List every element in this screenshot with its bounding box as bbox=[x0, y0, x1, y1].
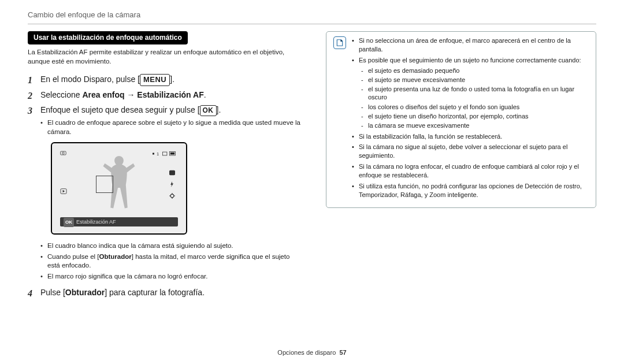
step-body: En el modo Disparo, pulse [MENU]. bbox=[40, 74, 303, 87]
page-footer: Opciones de disparo 57 bbox=[0, 349, 624, 356]
page: Cambio del enfoque de la cámara Usar la … bbox=[0, 0, 624, 364]
note-item: Si la cámara no sigue al sujeto, debe vo… bbox=[352, 143, 589, 160]
step-4: 4 Pulse [Obturador] para capturar la fot… bbox=[28, 287, 303, 300]
step-number: 3 bbox=[28, 105, 36, 284]
stabilize-icon bbox=[169, 193, 176, 199]
step-text: . bbox=[204, 90, 206, 99]
svg-rect-8 bbox=[169, 170, 175, 175]
bullet: El cuadro de enfoque aparece sobre el su… bbox=[40, 118, 303, 136]
note-item: Si la estabilización falla, la función s… bbox=[352, 132, 589, 141]
header-rule bbox=[28, 24, 596, 24]
play-icon bbox=[60, 188, 67, 194]
svg-text:1: 1 bbox=[157, 152, 159, 156]
left-column: Usar la estabilización de enfoque automá… bbox=[28, 31, 303, 303]
svg-rect-2 bbox=[153, 153, 154, 155]
menu-button-icon: MENU bbox=[140, 74, 170, 86]
menu-path: Area enfoq → Estabilización AF bbox=[82, 90, 203, 99]
camera-screen-figure: 1 bbox=[51, 142, 303, 235]
step-3: 3 Enfoque el sujeto que desea seguir y p… bbox=[28, 105, 303, 284]
step3-sublist-b: El cuadro blanco indica que la cámara es… bbox=[40, 242, 303, 281]
lcd-inner: 1 bbox=[57, 148, 181, 229]
status-icons: 1 bbox=[153, 150, 178, 157]
bullet: El marco rojo significa que la cámara no… bbox=[40, 272, 303, 281]
svg-point-1 bbox=[62, 152, 65, 154]
dash-item: el sujeto presenta una luz de fondo o us… bbox=[361, 85, 589, 102]
content-columns: Usar la estabilización de enfoque automá… bbox=[28, 31, 596, 303]
intro-text: La Estabilización AF permite estabilizar… bbox=[28, 48, 303, 66]
dash-item: el sujeto se mueve excesivamente bbox=[361, 76, 589, 84]
bullet: Cuando pulse el [Obturador] hasta la mit… bbox=[40, 252, 303, 270]
ok-mini-icon: OK bbox=[64, 218, 74, 227]
step-text: Seleccione bbox=[40, 90, 82, 99]
step3-sublist-a: El cuadro de enfoque aparece sobre el su… bbox=[40, 118, 303, 136]
svg-rect-4 bbox=[163, 152, 167, 155]
note-item: Si utiliza esta función, no podrá config… bbox=[352, 182, 589, 199]
bullet: El cuadro blanco indica que la cámara es… bbox=[40, 242, 303, 251]
note-box: Si no selecciona un área de enfoque, el … bbox=[326, 31, 596, 208]
step-text: ]. bbox=[217, 105, 221, 114]
mode-icon bbox=[60, 150, 67, 156]
svg-point-9 bbox=[170, 194, 174, 198]
ok-button-icon: OK bbox=[200, 105, 217, 116]
page-header: Cambio del enfoque de la cámara bbox=[28, 10, 596, 19]
step-2: 2 Seleccione Area enfoq → Estabilización… bbox=[28, 90, 303, 102]
page-number: 57 bbox=[339, 349, 346, 356]
step-body: Seleccione Area enfoq → Estabilización A… bbox=[40, 90, 303, 102]
camera-lcd: 1 bbox=[51, 142, 187, 235]
note-dash-list: el sujeto es demasiado pequeño el sujeto… bbox=[361, 66, 589, 130]
steps-list: 1 En el modo Disparo, pulse [MENU]. 2 Se… bbox=[28, 74, 303, 300]
step-body: Enfoque el sujeto que desea seguir y pul… bbox=[40, 105, 303, 284]
note-item: Si no selecciona un área de enfoque, el … bbox=[352, 36, 589, 54]
dash-item: los colores o diseños del sujeto y el fo… bbox=[361, 103, 589, 111]
note-icon bbox=[333, 36, 346, 49]
step-number: 1 bbox=[28, 74, 36, 87]
step-1: 1 En el modo Disparo, pulse [MENU]. bbox=[28, 74, 303, 87]
step-text: ]. bbox=[170, 75, 174, 84]
step-text: Enfoque el sujeto que desea seguir y pul… bbox=[40, 105, 200, 114]
lcd-right-icons bbox=[169, 170, 176, 199]
section-title: Usar la estabilización de enfoque automá… bbox=[28, 31, 188, 44]
step-number: 2 bbox=[28, 90, 36, 102]
step-body: Pulse [Obturador] para capturar la fotog… bbox=[40, 287, 303, 300]
note-item: Es posible que el seguimiento de un suje… bbox=[352, 56, 589, 130]
meter-icon bbox=[169, 170, 176, 176]
step-number: 4 bbox=[28, 287, 36, 300]
lcd-caption-text: Estabilización AF bbox=[76, 219, 116, 225]
flash-icon bbox=[169, 181, 176, 187]
lcd-caption-bar: OKEstabilización AF bbox=[60, 217, 178, 226]
note-list: Si no selecciona un área de enfoque, el … bbox=[352, 36, 589, 202]
dash-item: la cámara se mueve excesivamente bbox=[361, 121, 589, 129]
note-item: Si la cámara no logra enfocar, el cuadro… bbox=[352, 162, 589, 180]
dash-item: el sujeto tiene un diseño horizontal, po… bbox=[361, 112, 589, 120]
step-text: En el modo Disparo, pulse [ bbox=[40, 75, 140, 84]
focus-square bbox=[96, 176, 113, 193]
svg-rect-6 bbox=[170, 153, 174, 155]
footer-section: Opciones de disparo bbox=[277, 349, 336, 356]
dash-item: el sujeto es demasiado pequeño bbox=[361, 66, 589, 75]
right-column: Si no selecciona un área de enfoque, el … bbox=[326, 31, 596, 303]
